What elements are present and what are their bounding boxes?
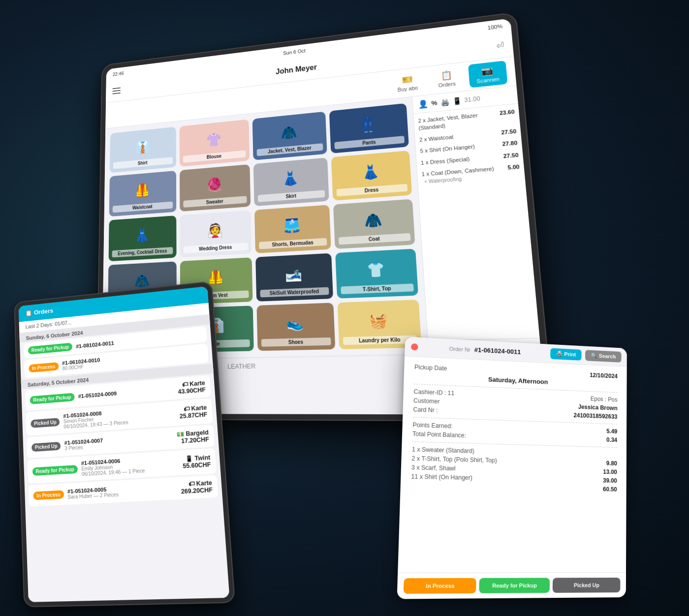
status-process-10: In Process xyxy=(29,362,59,372)
top-value: 31.00 xyxy=(464,92,512,103)
orders-tablet: 📋 Orders Last 2 Days: 01/07... Sunday, 6… xyxy=(14,281,235,607)
status-process-05: In Process xyxy=(33,490,64,500)
ready-for-pickup-button[interactable]: Ready for Pickup xyxy=(479,578,550,593)
waistcoat-img: 🦺 xyxy=(109,174,176,206)
order-amount-09: 🏷 Karte 43.90CHF xyxy=(177,379,206,395)
status-ready-11: Ready for Pickup xyxy=(28,342,72,354)
item-total-row: 60.50 xyxy=(411,482,617,493)
buy-abo-button[interactable]: 🎫 Buy abo xyxy=(390,69,426,96)
status-battery: 100% xyxy=(487,23,502,31)
order-info-09: #1-051024-0009 xyxy=(78,386,174,399)
product-shorts[interactable]: 🩳 Shorts, Bermudas xyxy=(254,205,331,253)
product-shoes[interactable]: 👟 Shoes xyxy=(256,303,335,351)
item-shirt-name: 11 x Shirt (On Hanger) xyxy=(411,473,472,481)
product-dress[interactable]: 👗 Dress xyxy=(331,151,412,201)
item-tshirt-price: 9.80 xyxy=(606,460,617,467)
item-sweater-name: 1 x Sweater (Standard) xyxy=(412,446,474,455)
product-shirt[interactable]: 👔 Shirt xyxy=(110,127,176,173)
search-button[interactable]: 🔍 Search xyxy=(585,350,621,363)
order-number-09: #1-051024-0009 xyxy=(78,386,174,399)
shoes-label: Shoes xyxy=(261,338,331,347)
customer-name: Jessica Brown xyxy=(578,403,618,412)
product-waistcoat[interactable]: 🦺 Waistcoat xyxy=(109,171,176,216)
logout-icon[interactable]: ⏎ xyxy=(496,40,504,51)
points-label: Points Earned: xyxy=(412,422,452,430)
receipt-title-label: Order Nr xyxy=(449,345,470,352)
item-tshirt-name: 2 x T-Shirt, Top (Polo Shirt, Top) xyxy=(411,455,497,464)
item-total-price: 60.50 xyxy=(603,486,617,493)
order-info-06: #1-051024-0006 Emily Johnson 06/10/2024,… xyxy=(81,455,179,477)
order-price-05: 269.20CHF xyxy=(181,487,213,495)
balance-label: Total Point Balance: xyxy=(412,431,466,439)
tab-leather[interactable]: LEATHER xyxy=(218,358,266,375)
item-scarf-price: 13.00 xyxy=(603,468,617,475)
status-ready-09: Ready for Pickup xyxy=(30,393,74,404)
receipt-body: Pickup Date 12/10/2024 Saturday, Afterno… xyxy=(398,356,626,573)
order-items-list: 2 x Jacket, Vest, Blazer (Standard) 23.6… xyxy=(413,104,539,340)
order-amount-07: 💵 Bargeld 17.20CHF xyxy=(176,429,209,445)
scannen-label: Scannen xyxy=(476,76,500,84)
item-waistcoat-price: 27.50 xyxy=(501,127,517,136)
receipt-close-button[interactable] xyxy=(411,343,418,350)
orders-shell: 📋 Orders Last 2 Days: 01/07... Sunday, 6… xyxy=(14,281,235,607)
buy-abo-icon: 🎫 xyxy=(401,74,413,86)
receipt-title-area: Order Nr #1-061024-0011 xyxy=(422,343,547,357)
order-info-08: #1-051024-0008 Simon Fischer 06/10/2024,… xyxy=(63,405,176,430)
item-shirt-price: 27.80 xyxy=(502,139,518,148)
product-evening-dress[interactable]: 👗 Evening, Cocktail Dress xyxy=(109,216,177,261)
order-info-05: #1-051024-0005 Sara Huber — 2 Pieces xyxy=(67,483,177,500)
status-picked-07: Picked Up xyxy=(31,441,61,451)
print-button[interactable]: 🖨️ Print xyxy=(550,348,582,360)
customer-label: Customer xyxy=(413,397,440,405)
picked-up-button[interactable]: Picked Up xyxy=(552,578,620,593)
coat-img: 🧥 xyxy=(333,203,414,238)
product-tshirt[interactable]: 👕 T-Shirt, Top xyxy=(335,248,418,298)
item-coat-price: 5.00 xyxy=(507,163,520,172)
pickup-date-label: Pickup Date xyxy=(414,364,447,372)
product-blouse[interactable]: 👚 Blouse xyxy=(180,119,250,166)
product-sweater[interactable]: 🧶 Sweater xyxy=(180,164,251,212)
balance-value: 0.34 xyxy=(606,436,617,443)
item-jacket-name: 2 x Jacket, Vest, Blazer (Standard) xyxy=(418,110,499,132)
product-wedding-dress[interactable]: 👰 Wedding Dress xyxy=(180,210,251,257)
orders-list: Sunday, 6 October 2024 Ready for Pickup … xyxy=(19,315,229,602)
status-time: 22:46 xyxy=(113,70,124,77)
order-price-06: 55.60CHF xyxy=(183,461,211,470)
product-skisuit[interactable]: 🎿 SkiSuit Waterproofed xyxy=(255,253,333,302)
order-info-07: #1-051024-0007 3 Pieces xyxy=(64,432,173,451)
ski-img: 🎿 xyxy=(255,257,333,290)
tablet-icon: 📱 xyxy=(452,96,461,105)
product-pants[interactable]: 👖 Pants xyxy=(329,103,409,154)
order-amount-06: 📱 Twint 55.60CHF xyxy=(182,454,211,470)
item-shirt-price: 39.00 xyxy=(603,477,617,484)
printer-icon: 🖨️ xyxy=(440,97,449,106)
orders-icon: 📋 xyxy=(440,69,453,81)
scannen-button[interactable]: 📷 Scannen xyxy=(468,61,508,88)
item-dress-price: 27.50 xyxy=(503,151,519,160)
shorts-img: 🩳 xyxy=(254,208,331,242)
rp-percent-sign: % xyxy=(431,99,438,107)
item-dress-name: 1 x Dress (Special) xyxy=(421,153,501,167)
wedding-img: 👰 xyxy=(180,214,251,246)
status-ready-06: Ready for Pickup xyxy=(32,464,78,475)
product-coat[interactable]: 🧥 Coat xyxy=(333,199,415,249)
orders-button[interactable]: 📋 Orders xyxy=(430,65,464,92)
buy-abo-label: Buy abo xyxy=(398,85,418,92)
status-date: Sun 6 Oct xyxy=(283,48,306,56)
in-process-button[interactable]: In Process xyxy=(404,578,476,594)
product-skirt[interactable]: 👗 Skirt xyxy=(253,157,329,206)
orders-icon2: 📋 xyxy=(25,309,32,317)
order-amount-05: 🏷 Karte 269.20CHF xyxy=(181,479,213,495)
order-amount-08: 🏷 Karte 25.87CHF xyxy=(179,404,208,420)
orders-label: Orders xyxy=(438,80,456,88)
hamburger-icon[interactable] xyxy=(112,87,121,94)
item-scarf-name: 3 x Scarf, Shawl xyxy=(411,464,456,472)
product-jacket-vest-blazer[interactable]: 🧥 Jacket, Vest, Blazer xyxy=(252,112,327,160)
receipt-shell: Order Nr #1-061024-0011 🖨️ Print 🔍 Searc… xyxy=(397,337,627,599)
tshirt-img: 👕 xyxy=(335,252,417,287)
order-price-07: 17.20CHF xyxy=(177,436,209,445)
epos-label: Epos : Pos xyxy=(591,396,618,403)
cashier-label: Cashier-ID : 11 xyxy=(413,388,454,397)
shoes-img: 👟 xyxy=(257,307,335,339)
orders-title: Orders xyxy=(34,307,54,316)
